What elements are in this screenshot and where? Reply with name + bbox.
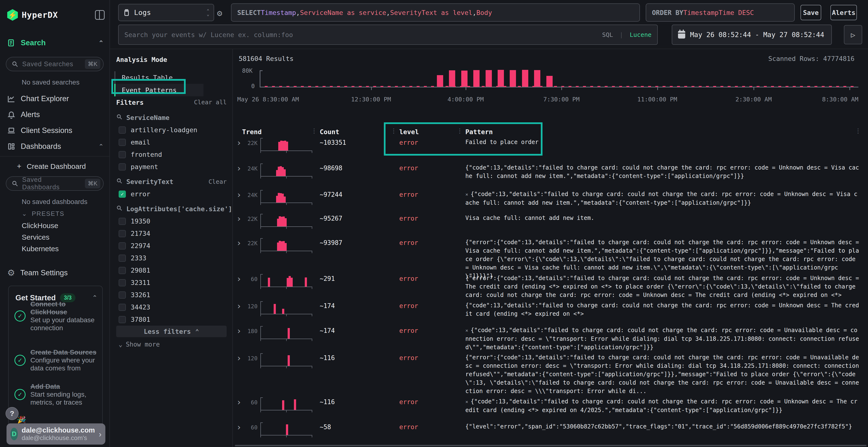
saved-dashboards-input[interactable]: Saved Dashboards ⌘K [6,176,104,191]
table-menu-icon[interactable]: ⋮ [855,127,861,134]
search-icon[interactable] [116,114,123,122]
checkbox-unchecked[interactable] [119,242,126,249]
filter-option[interactable]: artillery-loadgen [119,126,227,134]
alerts-button[interactable]: Alerts [830,5,857,20]
sidebar-item-team-settings[interactable]: ⚙ Team Settings [7,268,104,278]
histogram-bar[interactable] [449,70,455,87]
less-filters-button[interactable]: Less filters ⌃ [116,325,227,337]
save-button[interactable]: Save [801,5,821,20]
orderby-query-input[interactable]: ORDER BY TimestampTime DESC [646,3,795,22]
date-range-picker[interactable]: May 26 08:52:44 - May 27 08:52:44 [672,25,832,45]
filter-option[interactable]: 21734 [119,230,227,237]
spark-bar [288,355,290,366]
filter-option[interactable]: 2333 [119,254,227,262]
preset-clickhouse[interactable]: ClickHouse [22,221,58,230]
user-menu[interactable]: D dale@clickhouse.com dale@clickhouse.co… [6,423,105,445]
analysis-mode-results-table[interactable]: Results Table [114,71,204,84]
histogram-bar[interactable] [498,70,504,87]
filter-option[interactable]: 37801 [119,316,227,323]
sidebar-item-chart-explorer[interactable]: Chart Explorer [7,94,104,103]
get-started-item[interactable]: ✓Connect to ClickHouseSet up your databa… [14,300,99,332]
gear-icon: ⚙ [7,268,15,278]
sidebar-item-dashboards[interactable]: Dashboards ⌃ [7,142,104,151]
search-icon[interactable] [116,205,123,213]
filter-option[interactable]: 34423 [119,304,227,311]
filter-clear-button[interactable]: Clear [209,178,227,185]
chevron-up-icon[interactable]: ⌃ [98,143,104,150]
spark-y-axis [260,301,261,314]
checkbox-unchecked[interactable] [119,163,126,171]
filter-option[interactable]: 33261 [119,291,227,299]
sidebar-collapse-icon[interactable] [95,10,105,20]
presets-section[interactable]: ⌄ PRESETS [22,210,64,217]
collapse-x-icon[interactable]: × [465,399,471,405]
col-resize-handle-icon[interactable]: ⋮ [457,127,463,134]
histogram-bar[interactable] [437,75,443,87]
histogram-bar[interactable] [534,70,540,87]
horizontal-scrollbar[interactable] [235,445,867,446]
sidebar-item-client-sessions[interactable]: Client Sessions [7,126,104,135]
run-query-button[interactable]: ▷ [844,25,862,44]
hist-y-max: 80K [242,67,252,74]
filter-option[interactable]: 22974 [119,242,227,249]
col-resize-handle-icon[interactable]: ⋮ [391,127,397,134]
checkbox-unchecked[interactable] [119,218,126,225]
histogram-bar[interactable] [510,70,516,87]
select-query-input[interactable]: SELECT Timestamp, ServiceName as service… [231,3,640,22]
sidebar-item-alerts[interactable]: Alerts [7,110,104,119]
sql-toggle[interactable]: SQL [602,31,613,38]
filter-option[interactable]: 29081 [119,267,227,274]
filter-option[interactable]: 32311 [119,279,227,286]
analysis-mode-event-patterns[interactable]: Event Patterns [114,84,204,96]
preset-kubernetes[interactable]: Kubernetes [22,245,59,253]
checkbox-unchecked[interactable] [119,291,126,299]
source-selector-dropdown[interactable]: Logs ⌃⌄ [118,4,214,21]
gear-icon[interactable]: ⚙ [217,8,222,18]
sidebar-item-label: Client Sessions [21,126,72,135]
checkbox-unchecked[interactable] [119,254,126,262]
saved-searches-input[interactable]: Saved Searches ⌘K [6,57,104,71]
clear-all-button[interactable]: Clear all [194,99,227,106]
filter-option[interactable]: payment [119,163,227,171]
level-badge: error [399,275,418,282]
col-header-count[interactable]: Count [320,128,339,136]
show-more-button[interactable]: ⌄Show more [119,341,227,348]
spark-tick [312,227,312,229]
col-header-trend[interactable]: Trend [242,128,261,136]
search-input[interactable]: Search your events w/ Lucene ex. column:… [118,25,658,45]
collapse-x-icon[interactable]: × [465,328,471,333]
col-resize-handle-icon[interactable]: ⋮ [311,127,317,134]
histogram-bar[interactable] [461,71,467,87]
histogram-bar[interactable] [546,76,553,87]
histogram-bar[interactable] [486,70,492,87]
col-header-pattern[interactable]: Pattern [465,128,493,136]
col-header-level[interactable]: level [399,128,419,136]
checkbox-unchecked[interactable] [119,151,126,158]
histogram-bar[interactable] [522,70,528,87]
filter-option[interactable]: frontend [119,151,227,158]
checkbox-unchecked[interactable] [119,230,126,237]
checkbox-unchecked[interactable] [119,267,126,274]
pattern-text: {"code":13,"details":"failed to charge c… [465,164,860,180]
checkbox-unchecked[interactable] [119,127,126,134]
spark-bar [290,278,293,286]
get-started-item[interactable]: ✓Add DataStart sending logs, metrics, or… [14,382,99,406]
checkbox-unchecked[interactable] [119,139,126,146]
help-button[interactable]: ? [5,407,19,420]
search-icon[interactable] [116,178,123,185]
checkbox-unchecked[interactable] [119,316,126,323]
sidebar-item-search[interactable]: Search ⌃ [7,38,104,47]
checkbox-unchecked[interactable] [119,279,126,286]
filter-option[interactable]: email [119,138,227,146]
chevron-up-icon[interactable]: ⌃ [98,39,104,47]
histogram-bar[interactable] [473,70,479,87]
filter-option[interactable]: ✓error [119,190,227,198]
lucene-toggle[interactable]: Lucene [630,31,651,38]
create-dashboard-button[interactable]: + Create Dashboard [17,162,104,171]
checkbox-unchecked[interactable] [119,304,126,311]
checkbox-checked[interactable]: ✓ [119,191,126,198]
collapse-x-icon[interactable]: × [465,192,471,197]
get-started-item[interactable]: ✓Create Data SourcesConfigure where your… [14,348,99,372]
preset-services[interactable]: Services [22,233,50,241]
filter-option[interactable]: 19350 [119,217,227,225]
